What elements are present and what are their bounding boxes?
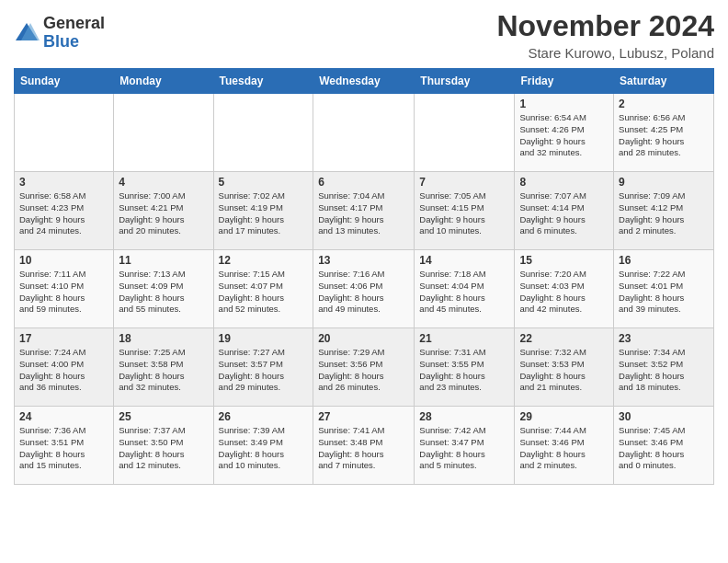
day-number: 21 (419, 332, 509, 345)
day-number: 25 (119, 410, 208, 423)
day-detail: Sunrise: 7:31 AM Sunset: 3:55 PM Dayligh… (419, 347, 509, 394)
calendar-cell: 5Sunrise: 7:02 AM Sunset: 4:19 PM Daylig… (213, 172, 313, 250)
day-detail: Sunrise: 7:00 AM Sunset: 4:21 PM Dayligh… (119, 190, 208, 237)
day-detail: Sunrise: 7:18 AM Sunset: 4:04 PM Dayligh… (419, 269, 509, 316)
calendar-week-row: 3Sunrise: 6:58 AM Sunset: 4:23 PM Daylig… (15, 172, 714, 250)
calendar-cell: 24Sunrise: 7:36 AM Sunset: 3:51 PM Dayli… (15, 407, 114, 485)
calendar-cell: 12Sunrise: 7:15 AM Sunset: 4:07 PM Dayli… (213, 250, 313, 328)
day-number: 7 (419, 176, 509, 189)
day-detail: Sunrise: 7:04 AM Sunset: 4:17 PM Dayligh… (318, 190, 409, 237)
weekday-header: Sunday (15, 69, 114, 94)
calendar-cell: 18Sunrise: 7:25 AM Sunset: 3:58 PM Dayli… (114, 328, 213, 407)
day-number: 26 (219, 410, 309, 423)
day-number: 4 (119, 176, 208, 189)
day-number: 9 (619, 176, 709, 189)
day-detail: Sunrise: 7:34 AM Sunset: 3:52 PM Dayligh… (619, 347, 709, 394)
calendar-table: SundayMondayTuesdayWednesdayThursdayFrid… (14, 68, 714, 485)
calendar-cell: 9Sunrise: 7:09 AM Sunset: 4:12 PM Daylig… (614, 172, 714, 250)
day-number: 13 (318, 254, 409, 267)
weekday-header: Saturday (614, 69, 714, 94)
day-detail: Sunrise: 7:22 AM Sunset: 4:01 PM Dayligh… (619, 269, 709, 316)
calendar-cell: 20Sunrise: 7:29 AM Sunset: 3:56 PM Dayli… (313, 328, 415, 407)
calendar-cell: 10Sunrise: 7:11 AM Sunset: 4:10 PM Dayli… (15, 250, 114, 328)
calendar-cell (15, 94, 114, 172)
day-detail: Sunrise: 7:02 AM Sunset: 4:19 PM Dayligh… (219, 190, 309, 237)
day-number: 3 (19, 176, 108, 189)
day-number: 28 (419, 410, 509, 423)
day-number: 16 (619, 254, 709, 267)
day-detail: Sunrise: 7:41 AM Sunset: 3:48 PM Dayligh… (318, 425, 409, 472)
calendar-cell: 14Sunrise: 7:18 AM Sunset: 4:04 PM Dayli… (415, 250, 515, 328)
calendar-cell (114, 94, 213, 172)
calendar-body: 1Sunrise: 6:54 AM Sunset: 4:26 PM Daylig… (15, 94, 714, 485)
weekday-header: Friday (515, 69, 614, 94)
calendar-cell: 16Sunrise: 7:22 AM Sunset: 4:01 PM Dayli… (614, 250, 714, 328)
day-number: 11 (119, 254, 208, 267)
day-detail: Sunrise: 7:20 AM Sunset: 4:03 PM Dayligh… (519, 269, 609, 316)
logo: General Blue (14, 15, 105, 52)
page-header: General Blue November 2024 Stare Kurowo,… (14, 9, 714, 61)
day-detail: Sunrise: 7:29 AM Sunset: 3:56 PM Dayligh… (318, 347, 409, 394)
day-number: 14 (419, 254, 509, 267)
day-number: 6 (318, 176, 409, 189)
weekday-header: Tuesday (213, 69, 313, 94)
day-detail: Sunrise: 7:44 AM Sunset: 3:46 PM Dayligh… (519, 425, 609, 472)
day-detail: Sunrise: 7:09 AM Sunset: 4:12 PM Dayligh… (619, 190, 709, 237)
calendar-cell: 8Sunrise: 7:07 AM Sunset: 4:14 PM Daylig… (515, 172, 614, 250)
day-detail: Sunrise: 7:32 AM Sunset: 3:53 PM Dayligh… (519, 347, 609, 394)
calendar-cell: 29Sunrise: 7:44 AM Sunset: 3:46 PM Dayli… (515, 407, 614, 485)
calendar-cell: 22Sunrise: 7:32 AM Sunset: 3:53 PM Dayli… (515, 328, 614, 407)
calendar-cell: 15Sunrise: 7:20 AM Sunset: 4:03 PM Dayli… (515, 250, 614, 328)
calendar-header: SundayMondayTuesdayWednesdayThursdayFrid… (15, 69, 714, 94)
weekday-header: Monday (114, 69, 213, 94)
calendar-cell: 26Sunrise: 7:39 AM Sunset: 3:49 PM Dayli… (213, 407, 313, 485)
calendar-week-row: 1Sunrise: 6:54 AM Sunset: 4:26 PM Daylig… (15, 94, 714, 172)
calendar-cell: 13Sunrise: 7:16 AM Sunset: 4:06 PM Dayli… (313, 250, 415, 328)
day-number: 19 (219, 332, 309, 345)
calendar-week-row: 17Sunrise: 7:24 AM Sunset: 4:00 PM Dayli… (15, 328, 714, 407)
day-number: 22 (519, 332, 609, 345)
calendar-cell: 28Sunrise: 7:42 AM Sunset: 3:47 PM Dayli… (415, 407, 515, 485)
calendar-cell (313, 94, 415, 172)
day-detail: Sunrise: 7:07 AM Sunset: 4:14 PM Dayligh… (519, 190, 609, 237)
day-number: 27 (318, 410, 409, 423)
header-row: SundayMondayTuesdayWednesdayThursdayFrid… (15, 69, 714, 94)
calendar-cell: 6Sunrise: 7:04 AM Sunset: 4:17 PM Daylig… (313, 172, 415, 250)
day-detail: Sunrise: 7:24 AM Sunset: 4:00 PM Dayligh… (19, 347, 108, 394)
calendar-cell: 23Sunrise: 7:34 AM Sunset: 3:52 PM Dayli… (614, 328, 714, 407)
calendar-cell: 2Sunrise: 6:56 AM Sunset: 4:25 PM Daylig… (614, 94, 714, 172)
title-block: November 2024 Stare Kurowo, Lubusz, Pola… (496, 9, 714, 61)
day-number: 5 (219, 176, 309, 189)
calendar-cell: 3Sunrise: 6:58 AM Sunset: 4:23 PM Daylig… (15, 172, 114, 250)
day-number: 20 (318, 332, 409, 345)
day-number: 8 (519, 176, 609, 189)
day-number: 10 (19, 254, 108, 267)
day-number: 29 (519, 410, 609, 423)
day-number: 2 (619, 98, 709, 110)
calendar-cell: 17Sunrise: 7:24 AM Sunset: 4:00 PM Dayli… (15, 328, 114, 407)
calendar-cell: 4Sunrise: 7:00 AM Sunset: 4:21 PM Daylig… (114, 172, 213, 250)
weekday-header: Thursday (415, 69, 515, 94)
logo-icon (14, 20, 40, 46)
calendar-week-row: 24Sunrise: 7:36 AM Sunset: 3:51 PM Dayli… (15, 407, 714, 485)
day-detail: Sunrise: 7:11 AM Sunset: 4:10 PM Dayligh… (19, 269, 108, 316)
day-number: 18 (119, 332, 208, 345)
day-number: 12 (219, 254, 309, 267)
month-title: November 2024 (496, 9, 714, 43)
day-detail: Sunrise: 7:27 AM Sunset: 3:57 PM Dayligh… (219, 347, 309, 394)
calendar-week-row: 10Sunrise: 7:11 AM Sunset: 4:10 PM Dayli… (15, 250, 714, 328)
calendar-cell: 27Sunrise: 7:41 AM Sunset: 3:48 PM Dayli… (313, 407, 415, 485)
day-detail: Sunrise: 7:05 AM Sunset: 4:15 PM Dayligh… (419, 190, 509, 237)
day-detail: Sunrise: 6:56 AM Sunset: 4:25 PM Dayligh… (619, 112, 709, 159)
logo-blue: Blue (43, 33, 105, 52)
calendar-cell: 30Sunrise: 7:45 AM Sunset: 3:46 PM Dayli… (614, 407, 714, 485)
day-number: 30 (619, 410, 709, 423)
day-detail: Sunrise: 7:13 AM Sunset: 4:09 PM Dayligh… (119, 269, 208, 316)
day-detail: Sunrise: 7:45 AM Sunset: 3:46 PM Dayligh… (619, 425, 709, 472)
day-number: 24 (19, 410, 108, 423)
day-detail: Sunrise: 7:39 AM Sunset: 3:49 PM Dayligh… (219, 425, 309, 472)
calendar-cell (415, 94, 515, 172)
day-number: 17 (19, 332, 108, 345)
calendar-cell: 11Sunrise: 7:13 AM Sunset: 4:09 PM Dayli… (114, 250, 213, 328)
day-detail: Sunrise: 6:58 AM Sunset: 4:23 PM Dayligh… (19, 190, 108, 237)
